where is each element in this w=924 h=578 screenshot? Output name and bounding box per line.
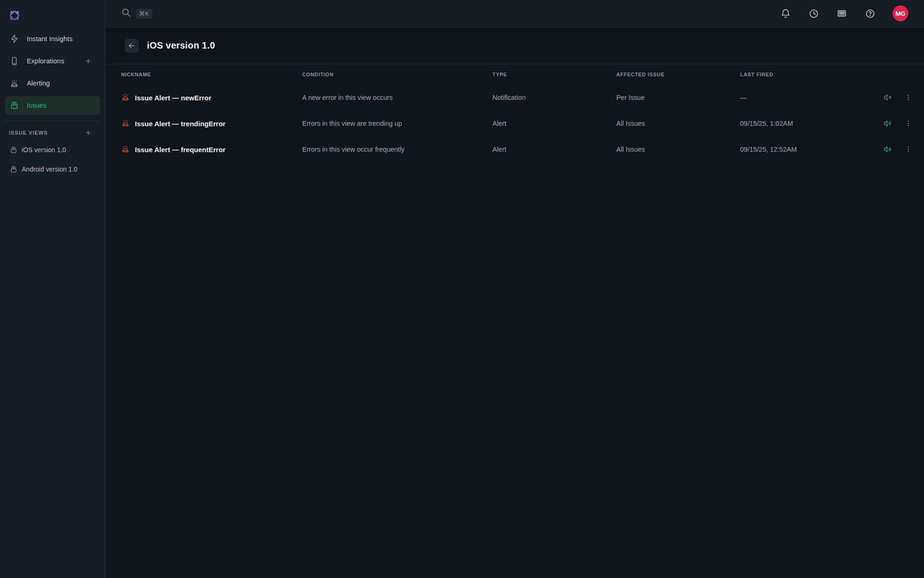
nickname-cell: Issue Alert — frequentError: [121, 144, 302, 154]
notifications-bell-icon[interactable]: [780, 8, 791, 19]
table-header-row: NICKNAME CONDITION TYPE AFFECTED ISSUE L…: [121, 64, 912, 85]
table-row[interactable]: Issue Alert — trendingError Errors in th…: [121, 111, 912, 136]
page-title: iOS version 1.0: [147, 40, 215, 51]
topbar: ⌘K MG: [105, 0, 924, 27]
page-header: iOS version 1.0: [105, 27, 924, 64]
plus-icon: [85, 57, 92, 65]
row-controls: [853, 145, 912, 154]
global-search[interactable]: ⌘K: [121, 7, 152, 19]
table-row[interactable]: Issue Alert — newError A new error in th…: [121, 85, 912, 111]
starburst-logo-icon: [8, 9, 21, 22]
view-box-icon: [9, 146, 18, 154]
add-exploration-button[interactable]: [84, 57, 92, 65]
row-menu-kebab-icon[interactable]: [905, 93, 912, 102]
row-menu-kebab-icon[interactable]: [905, 119, 912, 128]
sidebar: Instant Insights Explorations Alerting I…: [0, 0, 105, 578]
history-clock-icon[interactable]: [808, 8, 819, 19]
type-cell: Alert: [492, 120, 616, 127]
issue-views-section-header: ISSUE VIEWS: [0, 125, 105, 141]
sidebar-item-android-version[interactable]: Android version 1.0: [5, 160, 100, 178]
add-issue-view-button[interactable]: [84, 129, 92, 137]
column-header-last-fired: LAST FIRED: [740, 72, 853, 77]
topbar-actions: MG: [780, 6, 908, 21]
sidebar-item-ios-version[interactable]: iOS version 1.0: [5, 141, 100, 159]
column-header-nickname: NICKNAME: [121, 72, 302, 77]
alerts-table: NICKNAME CONDITION TYPE AFFECTED ISSUE L…: [105, 64, 924, 162]
type-cell: Notification: [492, 94, 616, 101]
column-header-affected-issue: AFFECTED ISSUE: [616, 72, 740, 77]
sidebar-item-label: Instant Insights: [27, 35, 92, 43]
last-fired-cell: —: [740, 94, 853, 101]
row-controls: [853, 93, 912, 102]
alert-siren-icon: [121, 118, 130, 129]
user-avatar[interactable]: MG: [893, 6, 908, 21]
column-header-type: TYPE: [492, 72, 616, 77]
search-shortcut-badge: ⌘K: [136, 9, 152, 18]
condition-cell: A new error in this view occurs: [302, 94, 492, 101]
row-controls: [853, 119, 912, 128]
column-header-condition: CONDITION: [302, 72, 492, 77]
condition-cell: Errors in this view are trending up: [302, 120, 492, 127]
section-label: ISSUE VIEWS: [9, 130, 48, 135]
affected-issue-cell: Per Issue: [616, 94, 740, 101]
sidebar-divider: [5, 121, 100, 121]
app-logo[interactable]: [0, 0, 105, 30]
speaker-icon[interactable]: [883, 119, 892, 128]
alert-siren-icon: [121, 144, 130, 154]
mobile-device-icon: [9, 56, 19, 66]
help-icon[interactable]: [864, 8, 875, 19]
row-menu-kebab-icon[interactable]: [905, 145, 912, 154]
sidebar-item-issues[interactable]: Issues: [5, 96, 100, 115]
sidebar-item-label: Issues: [27, 102, 92, 109]
issues-box-icon: [9, 101, 19, 111]
last-fired-cell: 09/15/25, 1:02AM: [740, 120, 853, 127]
table-row[interactable]: Issue Alert — frequentError Errors in th…: [121, 136, 912, 162]
back-button[interactable]: [125, 39, 139, 53]
speaker-icon[interactable]: [883, 145, 892, 154]
alarm-siren-icon: [9, 79, 19, 88]
arrow-left-icon: [128, 42, 136, 50]
last-fired-cell: 09/15/25, 12:52AM: [740, 146, 853, 153]
sidebar-nav: Instant Insights Explorations Alerting I…: [0, 30, 105, 118]
sidebar-item-alerting[interactable]: Alerting: [5, 74, 100, 92]
affected-issue-cell: All Issues: [616, 146, 740, 153]
alert-nickname: Issue Alert — newError: [135, 94, 211, 102]
speaker-muted-icon[interactable]: [883, 93, 892, 102]
condition-cell: Errors in this view occur frequently: [302, 146, 492, 153]
type-cell: Alert: [492, 146, 616, 153]
plus-icon: [85, 129, 92, 136]
alert-nickname: Issue Alert — trendingError: [135, 120, 225, 128]
keyboard-icon[interactable]: [836, 8, 847, 19]
sidebar-item-label: Explorations: [27, 57, 84, 65]
sidebar-item-label: Alerting: [27, 80, 92, 87]
lightning-icon: [9, 34, 19, 44]
view-box-icon: [9, 165, 18, 173]
sidebar-item-explorations[interactable]: Explorations: [5, 52, 100, 70]
nickname-cell: Issue Alert — trendingError: [121, 118, 302, 129]
view-item-label: Android version 1.0: [22, 166, 78, 173]
nickname-cell: Issue Alert — newError: [121, 92, 302, 103]
alert-nickname: Issue Alert — frequentError: [135, 146, 225, 154]
alert-siren-icon: [121, 92, 130, 103]
search-icon: [121, 7, 131, 19]
view-item-label: iOS version 1.0: [22, 146, 66, 154]
affected-issue-cell: All Issues: [616, 120, 740, 127]
sidebar-item-instant-insights[interactable]: Instant Insights: [5, 30, 100, 48]
main-area: ⌘K MG iOS version 1.0 NICKNAME CON: [105, 0, 924, 578]
